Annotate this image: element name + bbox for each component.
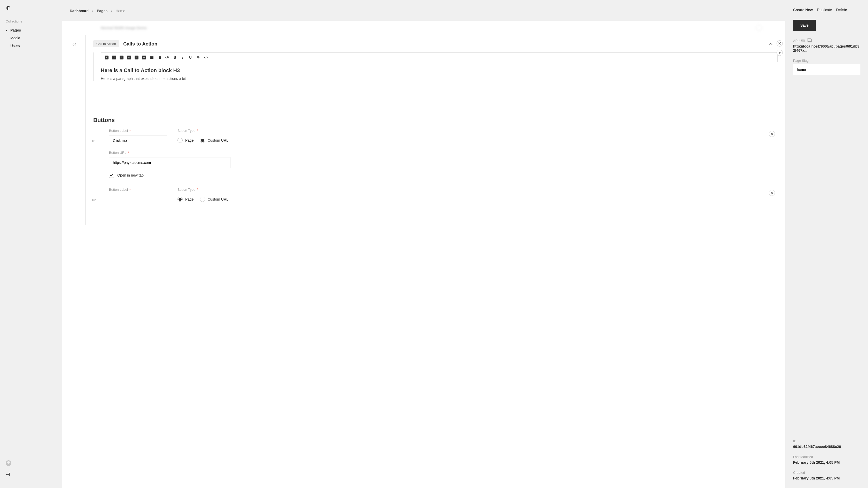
richtext-editor[interactable]: Here is a Call to Action block H3 Here i…	[101, 67, 778, 81]
sidebar-item-label: Media	[10, 36, 20, 40]
radio-page[interactable]: Page	[178, 138, 194, 143]
bold-button[interactable]: B	[173, 55, 177, 59]
button-type-label: Button Type *	[178, 129, 228, 133]
richtext-toolbar: 1 2 3 4 5 6 123	[101, 53, 778, 62]
breadcrumb: Dashboard › Pages › Home	[62, 0, 785, 21]
svg-point-0	[150, 56, 151, 57]
payload-logo-icon	[6, 5, 11, 11]
slug-input[interactable]	[793, 64, 860, 75]
h3-button[interactable]: 3	[120, 56, 123, 59]
content-h3: Here is a Call to Action block H3	[101, 67, 778, 74]
main-content: Dashboard › Pages › Home Normal Width Im…	[62, 0, 785, 488]
radio-icon	[178, 138, 183, 143]
newtab-checkbox[interactable]	[109, 173, 114, 178]
svg-text:3: 3	[158, 58, 158, 59]
radio-custom-url[interactable]: Custom URL	[200, 197, 228, 202]
radio-icon	[178, 197, 183, 202]
sidebar-item-users[interactable]: Users	[0, 42, 62, 50]
svg-rect-1	[151, 56, 153, 57]
plus-icon	[778, 52, 781, 54]
strikethrough-icon	[196, 56, 200, 59]
sidebar-item-pages[interactable]: › Pages	[0, 26, 62, 34]
svg-rect-9	[159, 57, 161, 58]
h4-button[interactable]: 4	[127, 56, 131, 59]
svg-rect-5	[151, 58, 153, 59]
radio-icon	[200, 138, 205, 143]
breadcrumb-current: Home	[116, 9, 125, 13]
id-label: ID	[793, 439, 860, 443]
modified-value: February 5th 2021, 4:05 PM	[793, 460, 860, 464]
button-index: 01	[92, 139, 96, 143]
code-button[interactable]	[204, 55, 208, 59]
radio-icon	[200, 197, 205, 202]
button-url-input[interactable]	[109, 157, 230, 168]
close-icon	[771, 192, 773, 194]
h2-button[interactable]: 2	[112, 56, 116, 59]
button-row: 01 Button Label * Button Type *	[101, 129, 778, 185]
modified-label: Last Modified	[793, 455, 860, 459]
svg-rect-7	[159, 56, 161, 57]
button-url-label: Button URL *	[109, 151, 778, 154]
chevron-right-icon: ›	[92, 9, 93, 12]
created-label: Created	[793, 471, 860, 475]
chevron-right-icon: ›	[111, 9, 112, 12]
logo[interactable]	[0, 5, 62, 19]
collapse-button[interactable]	[769, 42, 772, 46]
h5-button[interactable]: 5	[134, 56, 138, 59]
button-row: 02 Button Label * Button Type *	[101, 188, 778, 217]
svg-point-2	[150, 57, 151, 58]
duplicate-button[interactable]: Duplicate	[817, 8, 832, 12]
avatar[interactable]	[6, 460, 11, 466]
block-index: 04	[72, 42, 76, 46]
svg-rect-11	[159, 58, 161, 59]
sidebar-item-label: Users	[10, 44, 20, 48]
api-url-label: API URL	[793, 39, 860, 42]
buttons-section-title: Buttons	[93, 117, 778, 123]
button-label-label: Button Label *	[109, 188, 167, 192]
create-new-button[interactable]: Create New	[793, 8, 813, 12]
chevron-right-icon: ›	[6, 28, 8, 32]
logout-button[interactable]	[6, 472, 56, 478]
previous-block-blurred: Normal Width Image Demo	[70, 21, 778, 35]
remove-button-button[interactable]	[769, 190, 775, 196]
block-title: Calls to Action	[123, 41, 157, 47]
numbered-list-button[interactable]: 123	[157, 55, 161, 59]
close-icon	[778, 42, 781, 45]
api-url-value: http://localhost:3000/api/pages/601db32f…	[793, 44, 860, 53]
save-button[interactable]: Save	[793, 20, 816, 31]
radio-page[interactable]: Page	[178, 197, 194, 202]
sidebar-item-label: Pages	[10, 28, 21, 32]
link-button[interactable]	[165, 55, 169, 59]
slug-label: Page Slug	[793, 59, 860, 62]
sidebar: Collections › Pages Media Users	[0, 0, 62, 488]
add-block-button[interactable]	[777, 50, 783, 56]
button-label-input[interactable]	[109, 194, 167, 205]
code-icon	[204, 56, 208, 59]
cta-block: 04 Call to Action Calls to Action	[85, 35, 778, 225]
newtab-label: Open in new tab	[117, 173, 144, 177]
breadcrumb-pages[interactable]: Pages	[97, 9, 107, 13]
check-icon	[110, 174, 113, 176]
h1-button[interactable]: 1	[104, 56, 108, 59]
bullet-list-button[interactable]	[150, 55, 154, 59]
chevron-up-icon	[769, 43, 772, 45]
block-type-pill: Call to Action	[93, 40, 119, 47]
sidebar-item-media[interactable]: Media	[0, 34, 62, 42]
right-panel: Create New Duplicate Delete Save API URL…	[785, 0, 868, 488]
button-index: 02	[92, 198, 96, 202]
strikethrough-button[interactable]	[196, 55, 200, 59]
button-label-label: Button Label *	[109, 129, 167, 133]
italic-button[interactable]: I	[181, 55, 185, 59]
bullet-list-icon	[150, 56, 153, 59]
svg-rect-3	[151, 57, 153, 58]
breadcrumb-dashboard[interactable]: Dashboard	[70, 9, 89, 13]
sidebar-section-label: Collections	[0, 19, 62, 26]
radio-custom-url[interactable]: Custom URL	[200, 138, 228, 143]
delete-button[interactable]: Delete	[836, 8, 847, 12]
button-label-input[interactable]	[109, 135, 167, 146]
underline-button[interactable]: U	[188, 55, 192, 59]
copy-icon[interactable]	[808, 39, 812, 42]
remove-button-button[interactable]	[769, 131, 775, 137]
button-type-label: Button Type *	[178, 188, 228, 192]
h6-button[interactable]: 6	[142, 56, 146, 59]
